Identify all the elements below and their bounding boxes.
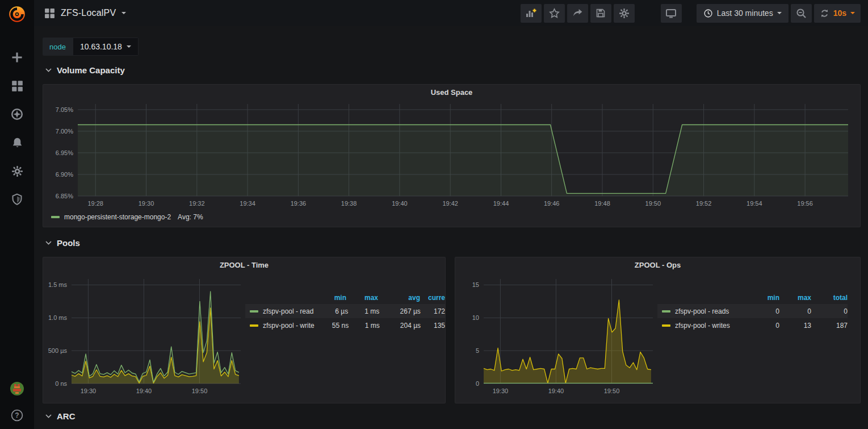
help-button[interactable]: ?: [10, 409, 24, 424]
variable-node-picker[interactable]: node 10.63.10.18: [43, 38, 139, 56]
legend-header-min[interactable]: min: [311, 294, 346, 302]
svg-text:19:52: 19:52: [696, 200, 712, 207]
legend-swatch-green: [662, 310, 670, 313]
sidebar-item-create[interactable]: [0, 50, 34, 65]
legend-value-min: 0: [744, 322, 779, 330]
svg-text:19:28: 19:28: [87, 200, 103, 207]
section-arc[interactable]: ARC: [45, 411, 76, 421]
add-panel-button[interactable]: [521, 4, 542, 23]
legend-value-total: 0: [811, 307, 848, 315]
svg-text:19:44: 19:44: [493, 200, 509, 207]
zoom-out-button[interactable]: [791, 4, 812, 23]
legend-header-total[interactable]: total: [811, 294, 848, 302]
variable-node-value[interactable]: 10.63.10.18: [73, 38, 139, 56]
panel-title-zpool-time[interactable]: ZPOOL - Time: [43, 257, 445, 272]
plus-icon: [11, 51, 23, 64]
svg-text:0: 0: [476, 380, 479, 387]
grafana-flame-icon: [7, 5, 27, 24]
svg-text:19:30: 19:30: [139, 200, 154, 207]
svg-text:19:50: 19:50: [604, 388, 620, 394]
legend-series-label: zfspv-pool - writes: [675, 322, 730, 330]
svg-text:19:34: 19:34: [240, 200, 255, 207]
legend-series-label: zfspv-pool - read: [263, 307, 313, 315]
zpool-time-chart[interactable]: 19:3019:4019:501.5 ms1.0 ms500 µs0 ns: [45, 272, 245, 398]
legend-series-label: zfspv-pool - reads: [675, 307, 729, 315]
legend-value-min: 6 µs: [313, 307, 348, 315]
navbar: ZFS-LocalPV: [34, 0, 868, 26]
legend-header-avg[interactable]: avg: [378, 294, 420, 302]
svg-text:19:40: 19:40: [548, 388, 564, 394]
svg-text:19:32: 19:32: [189, 200, 205, 207]
panel-title-used-space[interactable]: Used Space: [43, 85, 860, 99]
save-button[interactable]: [590, 4, 611, 23]
legend-header-max[interactable]: max: [779, 294, 811, 302]
share-button[interactable]: [567, 4, 588, 23]
variable-node-caret-icon: [127, 45, 131, 48]
question-icon: ?: [10, 409, 24, 422]
dashboard-squares-icon: [44, 8, 55, 19]
panel-title-zpool-ops[interactable]: ZPOOL - Ops: [455, 257, 860, 272]
avatar-icon: [10, 381, 24, 396]
legend-series-name[interactable]: zfspv-pool - write: [245, 322, 315, 330]
used-space-chart[interactable]: 19:2819:3019:3219:3419:3619:3819:4019:42…: [48, 99, 855, 212]
clock-icon: [703, 9, 713, 18]
add-panel-icon: [525, 8, 536, 19]
grafana-logo[interactable]: [0, 0, 34, 28]
zpool-ops-chart[interactable]: 19:3019:4019:50151050: [458, 272, 657, 398]
svg-text:6.95%: 6.95%: [56, 149, 73, 156]
settings-button[interactable]: [614, 4, 635, 23]
panel-zpool-ops: ZPOOL - Ops 19:3019:4019:50151050 min ma…: [455, 257, 861, 403]
svg-text:?: ?: [15, 411, 19, 419]
legend-value-current: 135: [421, 322, 445, 330]
dashboard-title-menu[interactable]: ZFS-LocalPV: [44, 8, 126, 19]
chevron-down-icon: [45, 68, 52, 72]
legend-value-min: 0: [744, 307, 779, 315]
legend-header-current[interactable]: curre: [420, 294, 445, 302]
time-range-picker[interactable]: Last 30 minutes: [697, 4, 789, 23]
sidebar-item-configuration[interactable]: [0, 164, 34, 178]
section-title: Volume Capacity: [57, 65, 125, 75]
svg-text:19:40: 19:40: [136, 388, 152, 394]
sidebar-item-alerting[interactable]: [0, 135, 34, 150]
svg-text:19:50: 19:50: [645, 200, 661, 207]
user-avatar[interactable]: [10, 381, 24, 398]
svg-text:19:30: 19:30: [81, 388, 97, 394]
section-pools[interactable]: Pools: [45, 238, 80, 248]
legend-header-max[interactable]: max: [346, 294, 378, 302]
sidebar-item-server-admin[interactable]: [0, 192, 34, 207]
legend-series-name[interactable]: mongo-persistent-storage-mongo-2: [64, 213, 171, 221]
svg-text:19:50: 19:50: [192, 388, 208, 394]
legend-series-name[interactable]: zfspv-pool - read: [245, 307, 313, 315]
variable-node-label: node: [43, 38, 73, 56]
refresh-caret-icon: [850, 12, 855, 14]
star-icon: [549, 8, 560, 19]
zoom-out-icon: [796, 8, 807, 19]
legend-series-name[interactable]: zfspv-pool - writes: [657, 322, 744, 330]
section-title: Pools: [57, 238, 80, 248]
legend-value-min: 55 ns: [315, 322, 349, 330]
svg-text:1.0 ms: 1.0 ms: [48, 314, 68, 321]
sidebar-item-dashboards[interactable]: [0, 78, 34, 93]
legend-value-max: 0: [779, 307, 811, 315]
sidebar-item-explore[interactable]: [0, 107, 34, 122]
svg-text:19:56: 19:56: [797, 200, 813, 207]
svg-text:19:42: 19:42: [442, 200, 458, 207]
legend-value-avg: 204 µs: [380, 322, 421, 330]
save-icon: [596, 8, 606, 18]
svg-text:500 µs: 500 µs: [48, 347, 68, 354]
compass-icon: [11, 108, 23, 120]
legend-series-name[interactable]: zfspv-pool - reads: [657, 307, 744, 315]
cycle-view-button[interactable]: [661, 4, 682, 23]
section-volume-capacity[interactable]: Volume Capacity: [45, 65, 125, 75]
zpool-ops-legend: min max total zfspv-pool - reads 0 0 0: [657, 291, 860, 398]
variable-node-value-text: 10.63.10.18: [80, 42, 122, 51]
svg-text:10: 10: [472, 314, 479, 321]
section-title: ARC: [57, 411, 76, 421]
star-button[interactable]: [544, 4, 565, 23]
svg-text:19:48: 19:48: [594, 200, 610, 207]
legend-header-min[interactable]: min: [744, 294, 779, 302]
svg-text:7.05%: 7.05%: [56, 106, 73, 113]
legend-series-label: zfspv-pool - write: [263, 322, 315, 330]
legend-row-write: zfspv-pool - write 55 ns 1 ms 204 µs 135: [245, 318, 445, 332]
refresh-picker[interactable]: 10s: [814, 4, 861, 23]
